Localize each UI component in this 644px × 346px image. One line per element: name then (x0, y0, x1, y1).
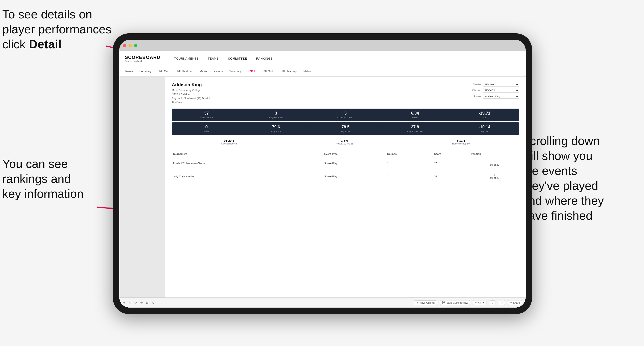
tournament-name: Lady Coyote Invite (172, 170, 316, 183)
stats-grid-row2: 0Wins79.6Avg Score78.5Adj Score27.8Avg S… (172, 122, 519, 135)
expand-btn[interactable]: ⤢ (499, 300, 505, 305)
subnav-h2h-grid2[interactable]: H2H Grid (262, 69, 273, 74)
nav-teams[interactable]: TEAMS (208, 56, 218, 61)
subnav-summary2[interactable]: Summary (229, 69, 241, 74)
stat-value: 27.8 (382, 125, 448, 130)
main-content: Addison King Mesa Community College NJCA… (119, 77, 526, 298)
app-content: SCOREBOARD Powered by clippd TOURNAMENTS… (119, 51, 526, 308)
undo-icon[interactable]: ↺ (123, 301, 126, 304)
annotation-bottom-left: You can see rankings and key information (2, 157, 113, 201)
stat-value: -10.14 (451, 125, 518, 130)
watch-label: Watch ▾ (475, 301, 484, 304)
stat-cell: -19.71SoS (450, 109, 519, 121)
left-sidebar (119, 77, 166, 298)
share-icon: ⤼ (510, 301, 512, 304)
col-rounds: Rounds (386, 151, 433, 157)
annotation-right: Scrolling down will show you the events … (522, 133, 637, 223)
tournament-name: Estella CC- Mountain Classic (172, 157, 316, 170)
expand-icon: ⤢ (501, 301, 503, 304)
subnav-detail[interactable]: Detail (248, 69, 255, 74)
tournament-empty (316, 157, 324, 170)
stat-label: Conference Rank (312, 116, 379, 119)
subnav-teams[interactable]: Teams (125, 69, 133, 74)
share-label: Share (513, 301, 520, 304)
stat-label: SoS (451, 116, 518, 119)
subnav-matrix2[interactable]: Matrix (304, 69, 311, 74)
record-value: 5-11-1 (452, 139, 470, 142)
stat-value: 3 (243, 111, 309, 116)
stat-label: Regional Rank (243, 116, 309, 119)
stat-value: -19.71 (451, 111, 518, 116)
watch-btn[interactable]: Watch ▾ (473, 300, 486, 305)
player-name: Addison King (172, 82, 210, 87)
record-label: Record vs top 25 (336, 142, 353, 145)
nav-tournaments[interactable]: TOURNAMENTS (174, 56, 198, 61)
stat-cell: 78.5Adj Score (311, 122, 380, 135)
redo-icon[interactable]: ↻ (129, 301, 131, 304)
stat-label: Adj Score (312, 130, 379, 133)
col-position: Position (470, 151, 519, 157)
division-label: Division (468, 89, 481, 92)
subnav-players[interactable]: Players (214, 69, 223, 74)
player-region: Region 1 - Southwest (18) District (172, 97, 210, 100)
stats-grid-row1: 37National Rank3Regional Rank3Conference… (172, 109, 519, 121)
screen-btn[interactable]: □ (490, 301, 496, 305)
gender-control: Gender Women (468, 82, 519, 87)
scoreboard-logo: SCOREBOARD Powered by clippd (125, 55, 160, 62)
tournament-table: Tournament Event Type Rounds Score Posit… (172, 151, 519, 183)
stat-value: 3 (312, 111, 379, 116)
share-btn[interactable]: ⤼ Share (508, 300, 522, 305)
score: 17 (433, 157, 470, 170)
bottom-toolbar: ↺ ↻ ⟳ ⟲ ⊟ ⏱ 👁 View: Original 💾 Save Cust… (119, 298, 526, 308)
col-event-type: Event Type (324, 151, 386, 157)
subnav-h2h-heatmap[interactable]: H2H Heatmap (176, 69, 193, 74)
timer-icon[interactable]: ⏱ (152, 301, 155, 304)
stat-value: 78.5 (312, 125, 379, 130)
player-college: Mesa Community College (172, 89, 201, 92)
player-label: Player (468, 95, 481, 98)
subnav-h2h-grid[interactable]: H2H Grid (158, 69, 169, 74)
close-dot[interactable] (123, 44, 126, 47)
table-row: Estella CC- Mountain Classic Stroke Play… (172, 157, 519, 170)
detail-panel[interactable]: Addison King Mesa Community College NJCA… (166, 77, 526, 298)
screen-icon: □ (492, 301, 493, 304)
subnav-h2h-heatmap2[interactable]: H2H Heatmap (280, 69, 297, 74)
stat-value: 37 (173, 111, 240, 116)
stat-label: Points (382, 116, 448, 119)
eye-icon: 👁 (416, 301, 418, 304)
stat-value: 6.04 (382, 111, 448, 116)
save-custom-view-btn[interactable]: 💾 Save Custom View (440, 300, 470, 305)
col-tournament: Tournament (172, 151, 316, 157)
stat-cell: 0Wins (172, 122, 242, 135)
sub-nav: Teams Summary H2H Grid H2H Heatmap Matri… (119, 66, 526, 77)
back-icon[interactable]: ⟲ (140, 301, 143, 304)
division-select[interactable]: NJCAA I (483, 88, 519, 93)
layout-icon[interactable]: ⊟ (146, 301, 148, 304)
record-value: 91-20-1 (221, 139, 237, 142)
player-control: Player Addison King (468, 94, 519, 99)
top-nav: SCOREBOARD Powered by clippd TOURNAMENTS… (119, 51, 526, 66)
minimize-dot[interactable] (128, 44, 132, 47)
record-value: 1-5-0 (336, 139, 353, 142)
stat-cell: 27.8Avg Score to Par (380, 122, 450, 135)
view-original-btn[interactable]: 👁 View: Original (414, 301, 437, 305)
subnav-matrix[interactable]: Matrix (200, 69, 207, 74)
division-control: Division NJCAA I (468, 88, 519, 93)
maximize-dot[interactable] (134, 44, 137, 47)
table-row: Lady Coyote Invite Stroke Play 2 16 7out… (172, 170, 519, 183)
record-item: 91-20-1Overall Record (221, 139, 237, 145)
save-custom-label: Save Custom View (446, 301, 468, 304)
annotation-detail-bold: Detail (29, 37, 62, 51)
rounds: 2 (386, 157, 433, 170)
nav-committee[interactable]: COMMITTEE (228, 56, 247, 61)
player-select[interactable]: Addison King (483, 94, 519, 99)
stat-value: 79.6 (243, 125, 309, 130)
subnav-summary[interactable]: Summary (139, 69, 151, 74)
nav-rankings[interactable]: RANKINGS (256, 56, 273, 61)
gender-select[interactable]: Women (483, 82, 519, 87)
player-division: NJCAA Division 1 (172, 93, 192, 96)
browser-chrome (119, 40, 526, 51)
tournament-empty (316, 170, 324, 183)
refresh-icon[interactable]: ⟳ (134, 301, 137, 304)
table-header-row: Tournament Event Type Rounds Score Posit… (172, 151, 519, 157)
